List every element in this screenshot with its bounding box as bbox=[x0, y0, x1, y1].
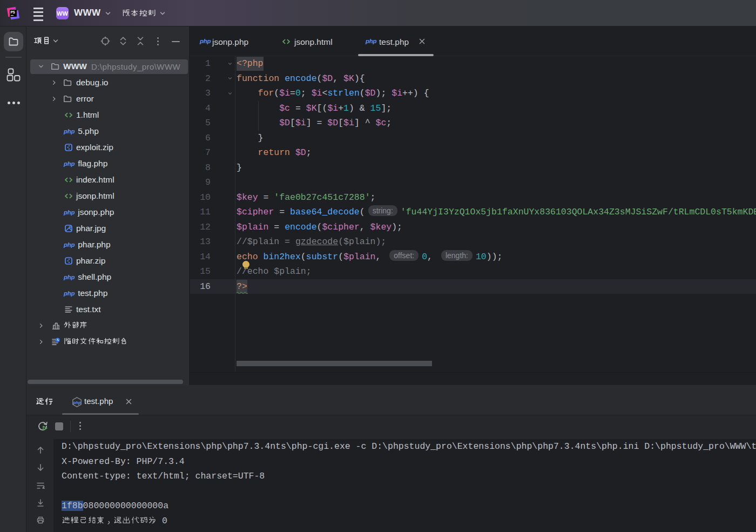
svg-text:php: php bbox=[73, 400, 82, 405]
